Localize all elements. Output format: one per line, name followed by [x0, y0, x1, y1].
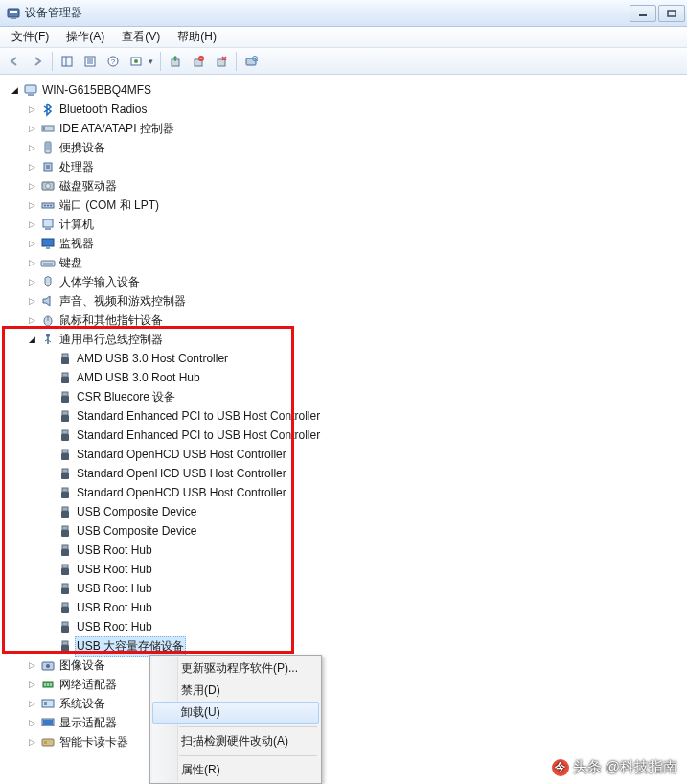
tree-node[interactable]: USB Root Hub — [8, 560, 687, 579]
tree-node[interactable]: USB Root Hub — [8, 541, 687, 560]
expand-icon[interactable]: ▷ — [25, 122, 38, 135]
tree-node[interactable]: ▷显示适配器 — [8, 713, 687, 732]
collapse-icon[interactable]: ◢ — [25, 333, 38, 346]
tree-node-label[interactable]: 监视器 — [57, 234, 96, 254]
help-button[interactable]: ? — [103, 51, 124, 72]
tree-node-label[interactable]: 处理器 — [57, 157, 96, 177]
tree-node-label[interactable]: 端口 (COM 和 LPT) — [57, 196, 161, 216]
tree-node[interactable]: Standard OpenHCD USB Host Controller — [8, 445, 687, 464]
tree-node[interactable]: ▷鼠标和其他指针设备 — [8, 311, 687, 330]
expand-icon[interactable]: ▷ — [25, 103, 38, 116]
tree-node-label[interactable]: AMD USB 3.0 Root Hub — [75, 368, 202, 388]
tree-node-label[interactable]: Standard Enhanced PCI to USB Host Contro… — [75, 426, 322, 446]
tree-node-label[interactable]: 图像设备 — [57, 656, 107, 676]
tree-node[interactable]: Standard OpenHCD USB Host Controller — [8, 464, 687, 483]
expand-icon[interactable]: ▷ — [25, 160, 38, 173]
tree-node-label[interactable]: 键盘 — [57, 253, 84, 273]
ctx-properties[interactable]: 属性(R) — [152, 759, 319, 781]
tree-node-label[interactable]: USB 大容量存储设备 — [75, 636, 186, 657]
tree-node-label[interactable]: 人体学输入设备 — [57, 272, 142, 292]
ctx-scan-hardware[interactable]: 扫描检测硬件改动(A) — [152, 730, 319, 752]
tree-node[interactable]: ▷计算机 — [8, 215, 687, 234]
tree-node[interactable]: USB Composite Device — [8, 502, 687, 521]
tree-node[interactable]: ▷端口 (COM 和 LPT) — [8, 196, 687, 215]
menu-action[interactable]: 操作(A) — [58, 27, 112, 47]
expand-icon[interactable]: ▷ — [25, 198, 38, 212]
minimize-button[interactable] — [630, 5, 656, 22]
maximize-button[interactable] — [658, 5, 685, 22]
expand-icon[interactable]: ▷ — [25, 141, 38, 154]
tree-node[interactable]: ▷网络适配器 — [8, 675, 687, 694]
tree-node-label[interactable]: 显示适配器 — [57, 713, 119, 733]
tree-node-label[interactable]: AMD USB 3.0 Host Controller — [75, 349, 230, 369]
tree-node-label[interactable]: USB Root Hub — [75, 560, 154, 580]
tree-node-label[interactable]: 计算机 — [57, 215, 96, 235]
expand-icon[interactable]: ▷ — [25, 716, 38, 729]
tree-node-label[interactable]: 网络适配器 — [57, 675, 119, 695]
properties-button[interactable] — [80, 51, 101, 72]
uninstall-button[interactable] — [188, 51, 209, 72]
tree-node-label[interactable]: 通用串行总线控制器 — [57, 330, 165, 350]
tree-node[interactable]: USB Root Hub — [8, 598, 687, 617]
tree-node-label[interactable]: 磁盘驱动器 — [57, 176, 119, 196]
tree-node-label[interactable]: USB Root Hub — [75, 579, 154, 599]
tree-node-label[interactable]: Standard OpenHCD USB Host Controller — [75, 483, 288, 503]
expand-icon[interactable]: ▷ — [25, 237, 38, 250]
tree-node[interactable]: ▷IDE ATA/ATAPI 控制器 — [8, 119, 687, 138]
tree-node[interactable]: CSR Bluecore 设备 — [8, 387, 687, 406]
menu-file[interactable]: 文件(F) — [4, 27, 57, 47]
disable-button[interactable] — [211, 51, 232, 72]
tree-node-label[interactable]: USB Root Hub — [75, 617, 154, 637]
tree-node[interactable]: USB Root Hub — [8, 617, 687, 636]
refresh-button[interactable] — [126, 51, 147, 72]
collapse-icon[interactable]: ◢ — [8, 83, 21, 97]
tree-node[interactable]: ▷系统设备 — [8, 694, 687, 713]
tree-node-label[interactable]: 便携设备 — [57, 138, 107, 158]
tree-node-label[interactable]: 声音、视频和游戏控制器 — [57, 291, 188, 311]
tree-node[interactable]: USB Composite Device — [8, 521, 687, 541]
tree-node[interactable]: ▷处理器 — [8, 157, 687, 176]
expand-icon[interactable]: ▷ — [25, 179, 38, 193]
tree-node-label[interactable]: USB Root Hub — [75, 598, 154, 618]
expand-icon[interactable]: ▷ — [25, 294, 38, 308]
tree-node[interactable]: USB 大容量存储设备 — [8, 636, 687, 656]
tree-node[interactable]: ▷图像设备 — [8, 656, 687, 675]
tree-node-label[interactable]: 鼠标和其他指针设备 — [57, 311, 165, 331]
update-driver-button[interactable] — [165, 51, 186, 72]
forward-button[interactable] — [27, 51, 48, 72]
tree-node[interactable]: ▷键盘 — [8, 253, 687, 272]
tree-node-label[interactable]: Standard Enhanced PCI to USB Host Contro… — [75, 406, 322, 427]
tree-node[interactable]: Standard OpenHCD USB Host Controller — [8, 483, 687, 502]
tree-node-label[interactable]: 智能卡读卡器 — [57, 732, 130, 752]
tree-node[interactable]: Standard Enhanced PCI to USB Host Contro… — [8, 426, 687, 445]
tree-node-label[interactable]: IDE ATA/ATAPI 控制器 — [57, 119, 176, 139]
tree-node-label[interactable]: WIN-G615BBQ4MFS — [40, 81, 153, 101]
tree-node-label[interactable]: USB Composite Device — [75, 502, 198, 522]
scan-hardware-button[interactable] — [240, 51, 262, 72]
expand-icon[interactable]: ▷ — [25, 256, 38, 269]
tree-node-label[interactable]: Standard OpenHCD USB Host Controller — [75, 445, 288, 465]
tree-node[interactable]: ◢WIN-G615BBQ4MFS — [8, 81, 687, 100]
expand-icon[interactable]: ▷ — [25, 678, 38, 691]
menu-view[interactable]: 查看(V) — [114, 27, 168, 47]
ctx-update-driver[interactable]: 更新驱动程序软件(P)... — [152, 657, 319, 680]
tree-node[interactable]: USB Root Hub — [8, 579, 687, 598]
tree-node[interactable]: ▷便携设备 — [8, 138, 687, 157]
dropdown-icon[interactable]: ▾ — [149, 57, 156, 66]
tree-node-label[interactable]: CSR Bluecore 设备 — [75, 387, 177, 407]
tree-node[interactable]: ◢通用串行总线控制器 — [8, 330, 687, 349]
tree-node[interactable]: AMD USB 3.0 Host Controller — [8, 349, 687, 368]
tree-node-label[interactable]: Standard OpenHCD USB Host Controller — [75, 464, 288, 484]
show-hide-tree-button[interactable] — [57, 51, 78, 72]
tree-node[interactable]: ▷监视器 — [8, 234, 687, 253]
tree-node-label[interactable]: USB Root Hub — [75, 541, 154, 561]
back-button[interactable] — [4, 51, 25, 72]
tree-node[interactable]: ▷智能卡读卡器 — [8, 732, 687, 751]
tree-node-label[interactable]: USB Composite Device — [75, 521, 198, 542]
expand-icon[interactable]: ▷ — [25, 275, 38, 288]
tree-node-label[interactable]: 系统设备 — [57, 694, 107, 714]
tree-node[interactable]: AMD USB 3.0 Root Hub — [8, 368, 687, 387]
ctx-uninstall[interactable]: 卸载(U) — [152, 702, 319, 724]
expand-icon[interactable]: ▷ — [25, 313, 38, 327]
tree-node[interactable]: ▷Bluetooth Radios — [8, 100, 687, 119]
